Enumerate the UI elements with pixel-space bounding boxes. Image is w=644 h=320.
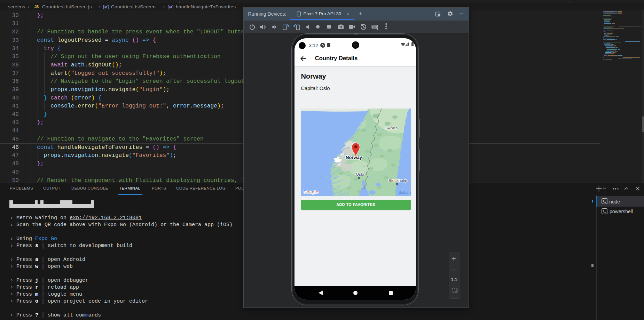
svg-text:o: o bbox=[307, 189, 309, 194]
svg-text:e: e bbox=[316, 189, 318, 194]
svg-text:Baltic S: Baltic S bbox=[399, 190, 411, 194]
svg-text:Oslo: Oslo bbox=[356, 172, 364, 176]
svg-text:o: o bbox=[309, 189, 312, 194]
svg-text:Stockholm: Stockholm bbox=[388, 178, 407, 183]
svg-text:Sweden: Sweden bbox=[386, 126, 398, 130]
svg-text:g: g bbox=[312, 189, 314, 194]
svg-text:Norway: Norway bbox=[346, 155, 362, 160]
svg-text:G: G bbox=[303, 189, 307, 194]
